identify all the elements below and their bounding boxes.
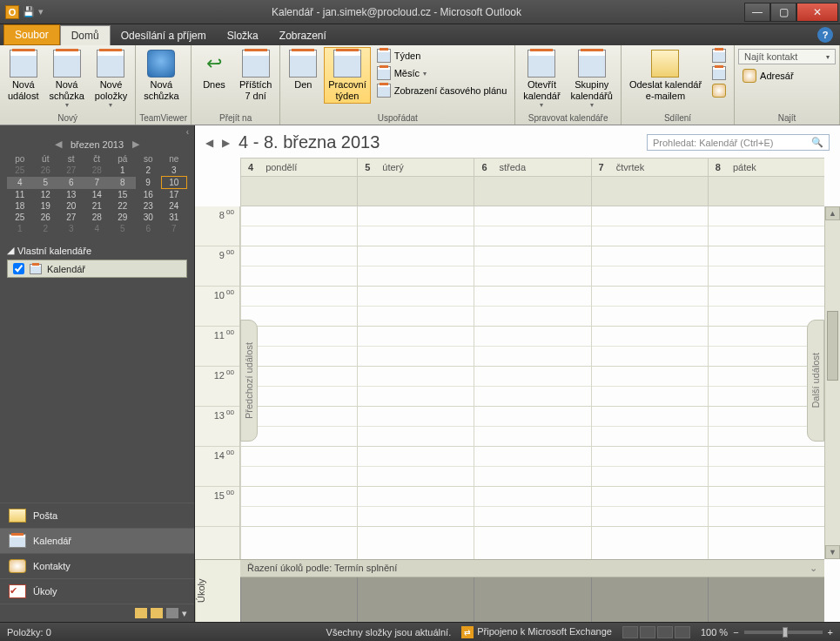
allday-cell[interactable] (591, 177, 708, 206)
time-cell[interactable] (592, 387, 708, 407)
day-column[interactable] (474, 206, 590, 559)
calendar-checkbox[interactable] (13, 263, 24, 274)
next-7-days-button[interactable]: Příštích 7 dní (235, 47, 276, 104)
time-cell[interactable] (358, 307, 474, 327)
tab-send-receive[interactable]: Odesílání a příjem (111, 26, 217, 45)
time-cell[interactable] (241, 507, 357, 527)
day-header[interactable]: 7čtvrtek (591, 159, 708, 176)
time-cell[interactable] (241, 367, 357, 387)
time-cell[interactable] (474, 507, 590, 527)
scroll-thumb[interactable] (827, 311, 838, 381)
allday-cell[interactable] (474, 177, 590, 206)
time-cell[interactable] (592, 246, 708, 267)
mini-calendar-day[interactable]: 20 (58, 200, 84, 212)
qat-dropdown-icon[interactable]: ▾ (38, 6, 44, 17)
time-cell[interactable] (358, 367, 474, 387)
mini-calendar-day[interactable]: 11 (7, 189, 33, 201)
time-cell[interactable] (592, 307, 708, 327)
vertical-scrollbar[interactable]: ▲ ▼ (824, 206, 840, 559)
open-calendar-button[interactable]: Otevřít kalendář▾ (519, 47, 564, 111)
mini-calendar[interactable]: ◀ březen 2013 ▶ poútstčtpásone 252627281… (0, 138, 194, 240)
time-cell[interactable] (709, 467, 824, 487)
minimize-button[interactable]: — (744, 3, 770, 22)
time-cell[interactable] (592, 427, 708, 447)
allday-cell[interactable] (240, 177, 357, 206)
help-icon[interactable]: ? (817, 27, 833, 43)
time-cell[interactable] (474, 327, 590, 347)
mini-calendar-day[interactable]: 23 (136, 200, 162, 212)
mini-calendar-day[interactable]: 31 (161, 212, 187, 223)
time-cell[interactable] (709, 447, 824, 467)
find-contact-input[interactable]: Najít kontakt▾ (738, 49, 836, 64)
address-book-button[interactable]: Adresář (738, 67, 836, 84)
mini-calendar-day[interactable]: 14 (84, 189, 111, 201)
mini-calendar-day[interactable]: 18 (7, 200, 33, 212)
time-cell[interactable] (241, 387, 357, 407)
maximize-button[interactable]: ▢ (770, 3, 796, 22)
time-cell[interactable] (358, 347, 474, 367)
time-cell[interactable] (592, 407, 708, 427)
time-cell[interactable] (241, 407, 357, 427)
time-cell[interactable] (474, 447, 590, 467)
teamviewer-meeting-button[interactable]: Nová schůzka (139, 47, 183, 104)
time-cell[interactable] (474, 427, 590, 447)
time-cell[interactable] (241, 427, 357, 447)
mini-calendar-day[interactable]: 17 (161, 189, 187, 201)
mini-calendar-day[interactable]: 24 (161, 200, 187, 212)
time-cell[interactable] (592, 467, 708, 487)
time-cell[interactable] (592, 267, 708, 287)
time-cell[interactable] (358, 447, 474, 467)
time-cell[interactable] (358, 246, 474, 267)
nav-mail[interactable]: Pošta (0, 503, 194, 528)
mini-calendar-day[interactable]: 22 (110, 200, 136, 212)
time-cell[interactable] (474, 487, 590, 507)
time-cell[interactable] (241, 206, 357, 226)
folder-mini-icon[interactable] (151, 608, 163, 618)
time-cell[interactable] (241, 467, 357, 487)
tasks-sort-header[interactable]: Řazení úkolů podle: Termín splnění⌄ (240, 560, 824, 577)
mini-calendar-day[interactable]: 25 (7, 212, 33, 223)
time-cell[interactable] (358, 487, 474, 507)
time-cell[interactable] (474, 387, 590, 407)
time-cell[interactable] (474, 347, 590, 367)
mini-calendar-day[interactable]: 21 (84, 200, 111, 212)
time-cell[interactable] (358, 226, 474, 246)
time-cell[interactable] (241, 327, 357, 347)
time-cell[interactable] (474, 206, 590, 226)
nav-contacts[interactable]: Kontakty (0, 553, 194, 578)
mini-calendar-day[interactable]: 16 (136, 189, 162, 201)
time-cell[interactable] (592, 206, 708, 226)
time-cell[interactable] (241, 447, 357, 467)
time-cell[interactable] (474, 367, 590, 387)
tab-home[interactable]: Domů (60, 25, 111, 45)
mini-calendar-grid[interactable]: poútstčtpásone 2526272812345678910111213… (7, 153, 187, 234)
time-cell[interactable] (358, 206, 474, 226)
mini-calendar-day[interactable]: 3 (161, 165, 187, 177)
time-cell[interactable] (592, 367, 708, 387)
cal-perms-button[interactable] (708, 82, 730, 99)
time-cell[interactable] (474, 226, 590, 246)
time-cell[interactable] (358, 407, 474, 427)
work-week-view-button[interactable]: Pracovní týden (324, 47, 370, 104)
mini-calendar-day[interactable]: 25 (7, 165, 33, 177)
time-cell[interactable] (709, 226, 824, 246)
mini-calendar-day[interactable]: 10 (161, 177, 187, 189)
mini-calendar-day[interactable]: 2 (33, 223, 59, 234)
time-cell[interactable] (474, 246, 590, 267)
tab-file[interactable]: Soubor (3, 24, 60, 45)
email-calendar-button[interactable]: Odeslat kalendář e-mailem (625, 47, 706, 104)
time-cell[interactable] (358, 467, 474, 487)
prev-range-icon[interactable]: ◀ (205, 137, 213, 149)
zoom-slider[interactable] (744, 631, 823, 634)
time-cell[interactable] (592, 347, 708, 367)
mini-calendar-day[interactable]: 13 (58, 189, 84, 201)
time-cell[interactable] (709, 287, 824, 307)
prev-month-icon[interactable]: ◀ (51, 138, 65, 150)
time-cell[interactable] (709, 246, 824, 267)
shortcuts-mini-icon[interactable] (166, 608, 178, 618)
share-cal-button[interactable] (708, 47, 730, 64)
mini-calendar-day[interactable]: 27 (58, 212, 84, 223)
close-button[interactable]: ✕ (796, 3, 838, 22)
collapse-nav-icon[interactable]: ‹ (0, 125, 194, 138)
time-cell[interactable] (358, 427, 474, 447)
